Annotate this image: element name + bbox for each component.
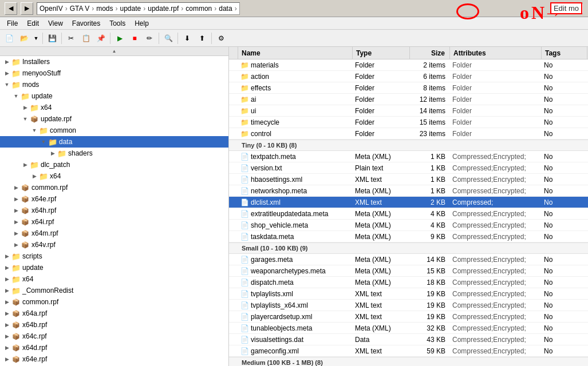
tree-item-x64i_rpf[interactable]: ▶📦x64i.rpf <box>0 216 228 228</box>
tree-expand[interactable]: ▶ <box>2 297 11 307</box>
toolbar-copy[interactable]: 📋 <box>79 31 93 45</box>
tree-expand[interactable]: ▶ <box>11 240 21 249</box>
tree-item-x64c_rpf[interactable]: ▶📦x64c.rpf <box>0 331 228 342</box>
tree-expand[interactable]: ▶ <box>2 252 11 261</box>
file-row[interactable]: 📄playercardsetup.xml XML text 19 KB Comp… <box>229 311 588 323</box>
tree-item-shaders[interactable]: ▶📁shaders <box>0 148 228 159</box>
tree-item-x64b_rpf[interactable]: ▶📦x64b.rpf <box>0 319 228 331</box>
tree-expand[interactable]: ▶ <box>30 172 39 181</box>
toolbar-import[interactable]: ⬆ <box>195 31 209 45</box>
tree-expand[interactable]: ▶ <box>2 286 11 295</box>
file-row[interactable]: 📄extratitleupdatedata.meta Meta (XML) 4 … <box>229 208 588 220</box>
tree-item-x64v_rpf[interactable]: ▶📦x64v.rpf <box>0 239 228 250</box>
tree-item-x64e_rpf[interactable]: ▶📦x64e.rpf <box>0 193 228 205</box>
tree-item-x64d_rpf[interactable]: ▶📦x64d.rpf <box>0 342 228 353</box>
menu-favorites[interactable]: Favorites <box>68 18 105 29</box>
col-header-attr[interactable]: Attributes <box>450 47 542 59</box>
file-row[interactable]: 📁materials Folder 2 items Folder No <box>229 59 588 71</box>
tree-expand[interactable]: ▶ <box>2 343 11 352</box>
tree-item-CommonRedist[interactable]: ▶📁_CommonRedist <box>0 285 228 296</box>
tree-expand[interactable]: ▶ <box>11 229 21 238</box>
back-button[interactable]: ◀ <box>5 2 17 15</box>
tree-expand[interactable]: ▶ <box>21 160 30 169</box>
tree-expand[interactable]: ▶ <box>2 355 11 364</box>
tree-expand[interactable]: ▶ <box>2 320 11 329</box>
tree-expand[interactable]: ▼ <box>11 92 21 101</box>
menu-edit[interactable]: Edit <box>22 18 44 29</box>
menu-view[interactable]: View <box>44 18 68 29</box>
tree-item-x64m_rpf[interactable]: ▶📦x64m.rpf <box>0 228 228 239</box>
tree-expand[interactable]: ▶ <box>48 149 57 158</box>
menu-file[interactable]: File <box>2 18 22 29</box>
toolbar-play[interactable]: ▶ <box>113 31 127 45</box>
col-header-tags[interactable]: Tags <box>542 47 587 59</box>
file-row[interactable]: 📁ai Folder 12 items Folder No <box>229 94 588 105</box>
toolbar-edit[interactable]: ✏ <box>143 31 156 45</box>
file-row[interactable]: 📁action Folder 6 items Folder No <box>229 71 588 82</box>
file-row[interactable]: 📄dispatch.meta Meta (XML) 18 KB Compress… <box>229 277 588 288</box>
tree-expand[interactable]: ▶ <box>11 206 21 215</box>
tree-item-installers[interactable]: ▶📁Installers <box>0 56 228 67</box>
tree-expand[interactable]: ▶ <box>2 332 11 341</box>
tree-item-update[interactable]: ▼📁update <box>0 90 228 102</box>
toolbar-settings[interactable]: ⚙ <box>214 31 228 45</box>
tree-expand[interactable]: ▶ <box>2 57 11 66</box>
file-row[interactable]: 📄tvplaylists_x64.xml XML text 19 KB Comp… <box>229 300 588 311</box>
forward-button[interactable]: ▶ <box>21 2 33 15</box>
tree-expand[interactable]: ▶ <box>11 217 21 226</box>
col-header-name[interactable]: Name <box>238 47 353 59</box>
toolbar-dropdown[interactable]: ▼ <box>32 31 40 45</box>
toolbar-save[interactable]: 💾 <box>45 31 59 45</box>
tree-item-update_rpf[interactable]: ▼📦update.rpf <box>0 113 228 125</box>
file-row[interactable]: 📄version.txt Plain text 1 KB Compressed;… <box>229 162 588 174</box>
file-row[interactable]: 📁ui Folder 14 items Folder No <box>229 105 588 117</box>
toolbar-new[interactable]: 📄 <box>2 31 16 45</box>
col-header-size[interactable]: Size <box>410 47 450 59</box>
tree-item-dlc_patch[interactable]: ▶📁dlc_patch <box>0 159 228 170</box>
edit-mode-button[interactable]: Edit mo <box>554 3 583 14</box>
col-header-type[interactable]: Type <box>353 47 410 59</box>
tree-item-common[interactable]: ▼📁common <box>0 125 228 136</box>
tree-item-x64e_rpf2[interactable]: ▶📦x64e.rpf <box>0 353 228 365</box>
tree-item-x64[interactable]: ▶📁x64 <box>0 102 228 113</box>
file-row[interactable]: 📄visualsettings.dat Data 43 KB Compresse… <box>229 334 588 345</box>
tree-expand[interactable]: ▼ <box>21 114 30 124</box>
menu-tools[interactable]: Tools <box>105 18 130 29</box>
tree-expand[interactable]: ▶ <box>21 103 30 112</box>
address-bar[interactable]: OpenIV › GTA V › mods › update › update.… <box>37 2 240 15</box>
tree-expand[interactable]: ▼ <box>2 80 11 89</box>
tree-item-x64b[interactable]: ▶📁x64 <box>0 170 228 182</box>
file-row[interactable]: 📁effects Folder 8 items Folder No <box>229 82 588 94</box>
tree-scroll-up[interactable]: ▲ <box>0 47 228 56</box>
menu-help[interactable]: Help <box>130 18 153 29</box>
file-row[interactable]: 📄textpatch.meta Meta (XML) 1 KB Compress… <box>229 151 588 162</box>
file-row[interactable]: 📄gameconfig.xml XML text 59 KB Compresse… <box>229 345 588 357</box>
tree-item-common_rpf[interactable]: ▶📦common.rpf <box>0 182 228 193</box>
tree-item-mods[interactable]: ▼📁mods <box>0 79 228 90</box>
tree-item-update2[interactable]: ▶📁update <box>0 262 228 273</box>
file-row[interactable]: 📄garages.meta Meta (XML) 14 KB Compresse… <box>229 254 588 265</box>
file-row[interactable]: 📄weaponarchetypes.meta Meta (XML) 15 KB … <box>229 265 588 277</box>
file-row[interactable]: 📁control Folder 23 items Folder No <box>229 128 588 140</box>
file-row[interactable]: 📁timecycle Folder 15 items Folder No <box>229 117 588 128</box>
tree-item-x64h_rpf[interactable]: ▶📦x64h.rpf <box>0 205 228 216</box>
tree-expand[interactable]: ▶ <box>11 183 21 192</box>
tree-expand[interactable]: ▶ <box>11 194 21 204</box>
tree-expand[interactable]: ▼ <box>39 137 48 146</box>
toolbar-stop[interactable]: ■ <box>128 31 141 45</box>
file-row[interactable]: 📄dlclist.xml XML text 2 KB Compressed; N… <box>229 197 588 208</box>
tree-item-x64a_rpf[interactable]: ▶📦x64a.rpf <box>0 308 228 319</box>
tree-expand[interactable]: ▶ <box>2 263 11 272</box>
file-row[interactable]: 📄networkshop.meta Meta (XML) 1 KB Compre… <box>229 185 588 197</box>
toolbar-zoom[interactable]: 🔍 <box>161 31 175 45</box>
toolbar-paste[interactable]: 📌 <box>94 31 108 45</box>
file-row[interactable]: 📄shop_vehicle.meta Meta (XML) 4 KB Compr… <box>229 220 588 231</box>
file-row[interactable]: 📄taskdata.meta Meta (XML) 9 KB Compresse… <box>229 231 588 242</box>
tree-item-scripts[interactable]: ▶📁scripts <box>0 250 228 262</box>
tree-item-common_rpf2[interactable]: ▶📦common.rpf <box>0 296 228 308</box>
tree-item-data[interactable]: ▼📁data <box>0 136 228 148</box>
file-row[interactable]: 📄tunableobjects.meta Meta (XML) 32 KB Co… <box>229 323 588 334</box>
toolbar-open[interactable]: 📂 <box>17 31 31 45</box>
tree-expand[interactable]: ▶ <box>2 309 11 318</box>
file-row[interactable]: 📄hbaosettings.xml XML text 1 KB Compress… <box>229 174 588 185</box>
